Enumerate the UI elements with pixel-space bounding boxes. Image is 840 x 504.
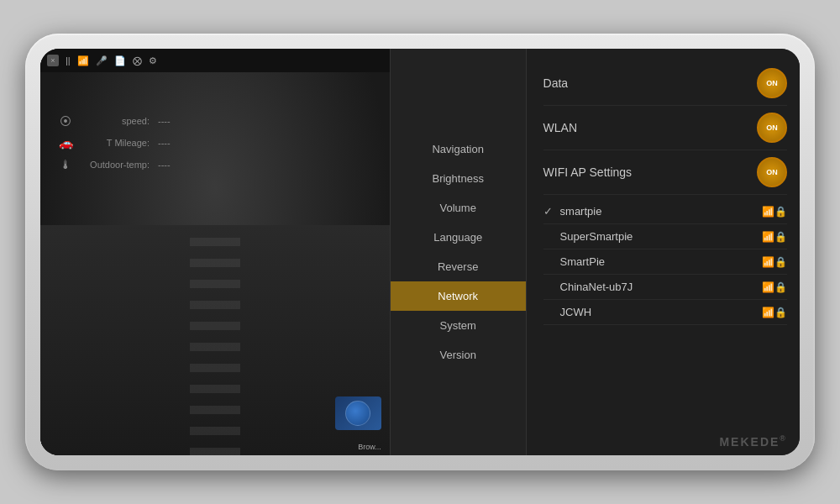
- wifi-item-jcwh[interactable]: JCWH 📶🔒: [543, 300, 787, 325]
- wifi-icon: 📶: [77, 55, 89, 66]
- wifi-list: ✓ smartpie 📶🔒 SuperSmartpie 📶🔒 SmartPie …: [543, 199, 787, 325]
- wifi-ap-setting-row: WIFI AP Settings ON: [543, 150, 787, 195]
- browse-label: Brow...: [358, 443, 381, 451]
- close-button[interactable]: ×: [47, 55, 59, 66]
- wlan-toggle[interactable]: ON: [757, 113, 787, 143]
- left-panel: × || 📶 🎤 📄 ⨂ ⚙ ⦿ speed: ----: [40, 49, 390, 455]
- menu-item-navigation[interactable]: Navigation: [391, 134, 526, 164]
- wifi-item-chinanet[interactable]: ChinaNet-ub7J 📶🔒: [543, 275, 787, 300]
- wifi-item-supersmartpie[interactable]: SuperSmartpie 📶🔒: [543, 224, 787, 249]
- wifi-ap-toggle[interactable]: ON: [757, 157, 787, 187]
- speed-icon: ⦿: [57, 114, 74, 128]
- menu-item-language[interactable]: Language: [391, 223, 526, 252]
- speed-row: ⦿ speed: ----: [57, 114, 373, 128]
- temp-value: ----: [158, 160, 171, 170]
- data-setting-row: Data ON: [543, 61, 787, 106]
- pause-icon: ||: [66, 55, 71, 66]
- dashboard-background: ⦿ speed: ---- 🚗 T Mileage: ---- 🌡 Outdoo…: [40, 72, 390, 455]
- wifi-secure-icon-supersmartpie: 📶🔒: [762, 231, 787, 243]
- settings-icon: ⚙: [149, 55, 157, 66]
- menu-item-brightness[interactable]: Brightness: [391, 164, 526, 193]
- menu-item-version[interactable]: Version: [391, 340, 526, 370]
- mileage-value: ----: [158, 138, 171, 148]
- temp-icon: 🌡: [57, 158, 74, 171]
- temp-row: 🌡 Outdoor-temp: ----: [57, 158, 373, 171]
- wifi-connected-check: ✓: [543, 205, 560, 218]
- globe-icon: [345, 401, 370, 426]
- wifi-secure-icon-jcwh: 📶🔒: [762, 307, 787, 318]
- data-label: Data: [543, 76, 569, 90]
- mileage-row: 🚗 T Mileage: ----: [57, 136, 373, 150]
- bluetooth-icon: ⨂: [133, 55, 142, 66]
- wifi-item-smartpie2[interactable]: SmartPie 📶🔒: [543, 249, 787, 275]
- wlan-label: WLAN: [543, 121, 577, 134]
- dashboard-info: ⦿ speed: ---- 🚗 T Mileage: ---- 🌡 Outdoo…: [40, 106, 390, 188]
- globe-thumbnail[interactable]: [335, 396, 381, 430]
- wifi-name-smartpie2: SmartPie: [560, 255, 762, 268]
- wifi-secure-icon-smartpie2: 📶🔒: [762, 256, 787, 268]
- screen: × || 📶 🎤 📄 ⨂ ⚙ ⦿ speed: ----: [40, 49, 800, 455]
- wifi-ap-label: WIFI AP Settings: [543, 165, 633, 179]
- wlan-setting-row: WLAN ON: [543, 106, 787, 150]
- car-icon: 🚗: [57, 136, 74, 150]
- wifi-name-chinanet: ChinaNet-ub7J: [560, 281, 762, 293]
- mic-icon: 🎤: [96, 55, 108, 66]
- menu-item-reverse[interactable]: Reverse: [391, 252, 526, 281]
- top-bar: × || 📶 🎤 📄 ⨂ ⚙: [40, 49, 390, 72]
- device-frame: × || 📶 🎤 📄 ⨂ ⚙ ⦿ speed: ----: [25, 34, 815, 470]
- wifi-name-smartpie: smartpie: [560, 205, 762, 218]
- brand-logo: MEKEDE®: [719, 434, 787, 449]
- wifi-name-jcwh: JCWH: [560, 306, 762, 318]
- network-panel: Data ON WLAN ON WIFI AP Settings ON: [527, 49, 800, 455]
- data-toggle[interactable]: ON: [757, 68, 787, 98]
- menu-item-volume[interactable]: Volume: [391, 193, 526, 223]
- wifi-secure-icon-chinanet: 📶🔒: [762, 281, 787, 293]
- menu-panel: Navigation Brightness Volume Language Re…: [390, 49, 527, 455]
- doc-icon: 📄: [114, 55, 126, 66]
- temp-label: Outdoor-temp:: [82, 160, 150, 170]
- wifi-name-supersmartpie: SuperSmartpie: [560, 230, 762, 243]
- menu-item-network[interactable]: Network: [391, 281, 526, 311]
- mileage-label: T Mileage:: [82, 138, 150, 148]
- speed-value: ----: [158, 116, 171, 126]
- wifi-secure-icon-smartpie: 📶🔒: [762, 206, 787, 218]
- speed-label: speed:: [82, 116, 150, 126]
- wifi-item-smartpie[interactable]: ✓ smartpie 📶🔒: [543, 199, 787, 224]
- road-lines: [190, 225, 240, 455]
- menu-item-system[interactable]: System: [391, 311, 526, 340]
